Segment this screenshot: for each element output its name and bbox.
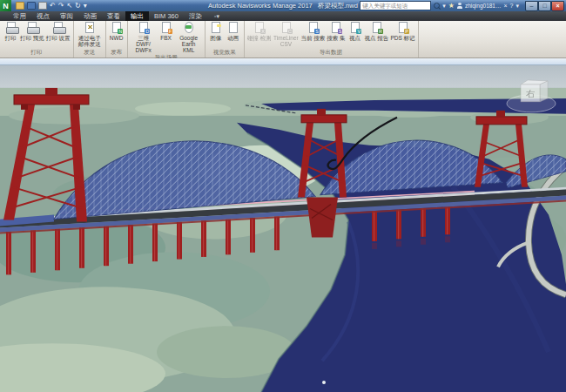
button-label: 视点 [349, 35, 360, 41]
exchange-apps-icon[interactable]: × [503, 3, 507, 9]
scene-3d: 右 [0, 65, 566, 392]
search-icon[interactable] [434, 3, 440, 9]
menu-down-icon[interactable]: ▾ [84, 3, 87, 10]
viewport-3d[interactable]: 右 [0, 65, 566, 392]
viewpoint-button[interactable]: 视点 [347, 22, 364, 41]
pier-highlight [179, 222, 179, 260]
email-icon [83, 22, 96, 34]
ribbon: 打印打印 预览打印 设置打印通过电子 邮件发送发送NWD发布三维 DWF/ DW… [0, 21, 566, 58]
pier-highlight [398, 209, 399, 239]
printer-button[interactable]: 打印 预览 [19, 22, 45, 41]
fbx-button[interactable]: FBX [158, 22, 175, 41]
close-button[interactable]: × [551, 1, 564, 11]
search-dropdown-icon[interactable]: ▾ [442, 3, 446, 9]
document-area-strip [0, 58, 566, 65]
pds-button[interactable]: PDS 标记 [389, 22, 415, 41]
nwd-button[interactable]: NWD [108, 22, 125, 41]
printer-icon [51, 22, 64, 34]
button-label: 三维 DWF/ DWFx [131, 35, 157, 53]
button-label: NWD [110, 35, 124, 41]
pier-highlight [252, 218, 253, 253]
button-label: 当前 搜索 [300, 35, 325, 41]
viewpoint-report-button[interactable]: 视点 报告 [364, 22, 390, 41]
select-icon[interactable]: ↖ [66, 3, 72, 10]
dwf-icon [137, 22, 150, 34]
pier-highlight [422, 208, 423, 237]
pier-highlight [105, 226, 106, 267]
animation-icon [226, 22, 239, 34]
signin-user-icon[interactable] [457, 3, 462, 9]
pier-highlight [276, 216, 277, 250]
ribbon-group-视觉效果: 图像动画视觉效果 [206, 21, 245, 57]
button-label: PDS 标记 [390, 35, 414, 41]
button-label: 打印 设置 [46, 35, 71, 41]
maximize-button[interactable]: □ [538, 1, 551, 11]
signed-in-username[interactable]: zhiqing0181… [465, 3, 502, 9]
search-export-button[interactable]: 当前 搜索 [300, 22, 326, 41]
tab-审阅[interactable]: 审阅 [55, 11, 78, 21]
help-icon[interactable]: ? [510, 3, 514, 9]
pier-reflection [445, 236, 450, 242]
csv-button[interactable]: TimeLiner CSV [272, 22, 300, 47]
tab-常用[interactable]: 常用 [8, 11, 31, 21]
tab-渲染[interactable]: 渲染 [184, 11, 207, 21]
button-label: 动画 [227, 35, 239, 41]
button-label: 打印 [5, 35, 17, 41]
button-label: 打印 预览 [20, 35, 44, 41]
ribbon-group-导出场景: 三维 DWF/ DWFxFBXGoogle Earth KML导出场景 [128, 21, 206, 57]
tab-视点[interactable]: 视点 [31, 11, 55, 21]
pier-highlight [57, 229, 57, 271]
image-icon [209, 22, 222, 34]
image-button[interactable]: 图像 [207, 22, 225, 41]
fbx-icon [159, 22, 172, 34]
pier-highlight [447, 206, 448, 234]
search-set-button[interactable]: 搜索 集 [326, 22, 346, 41]
tab-查看[interactable]: 查看 [102, 11, 125, 21]
window-controls: – □ × [525, 1, 564, 11]
pier-reflection [372, 243, 377, 249]
tab-bim-360[interactable]: BIM 360 [149, 11, 184, 21]
infocenter: ▾ ★ zhiqing0181… × ? ▾ – □ × [360, 1, 566, 11]
help-dropdown-icon[interactable]: ▾ [515, 3, 519, 9]
ribbon-group-导出数据: 碰撞 检测TimeLiner CSV当前 搜索搜索 集视点视点 报告PDS 标记… [245, 21, 419, 57]
undo-icon[interactable]: ↶ [50, 3, 56, 10]
printer-button[interactable]: 打印 设置 [45, 22, 71, 41]
viewcube-side-face[interactable] [540, 81, 548, 102]
email-button[interactable]: 通过电子 邮件发送 [76, 22, 104, 47]
printer-button[interactable]: 打印 [2, 22, 19, 41]
dwf-button[interactable]: 三维 DWF/ DWFx [130, 22, 158, 53]
search-export-icon [307, 22, 320, 34]
application-menu-icon[interactable]: N [0, 0, 11, 11]
group-label: 发送 [76, 48, 104, 57]
ribbon-tab-row: 常用视点审阅动画查看输出BIM 360渲染 ▫▾ [0, 11, 566, 21]
button-label: 搜索 集 [327, 35, 345, 41]
nwd-icon [110, 22, 123, 34]
ribbon-tabs: 常用视点审阅动画查看输出BIM 360渲染 [8, 11, 207, 21]
redo-icon[interactable]: ↷ [58, 3, 64, 10]
print-icon[interactable] [38, 2, 47, 10]
pier-highlight [227, 220, 228, 255]
clash-button[interactable]: 碰撞 检测 [246, 22, 273, 41]
save-icon[interactable] [27, 2, 36, 10]
navisworks-window: N ↶↷↖↻▾ Autodesk Navisworks Manage 2017 … [0, 0, 566, 392]
pier-highlight [130, 225, 131, 264]
animation-button[interactable]: 动画 [225, 22, 242, 41]
tab-输出[interactable]: 输出 [125, 11, 149, 21]
button-label: 视点 报告 [365, 35, 389, 41]
group-label: 导出数据 [246, 48, 416, 57]
tab-动画[interactable]: 动画 [78, 11, 102, 21]
help-search-input[interactable] [360, 1, 431, 10]
open-icon[interactable] [16, 2, 24, 10]
viewpoint-icon [348, 22, 361, 34]
pier-highlight [8, 232, 9, 274]
favorites-star-icon[interactable]: ★ [448, 3, 455, 10]
refresh-icon[interactable]: ↻ [75, 3, 81, 10]
minimize-button[interactable]: – [525, 1, 538, 11]
viewcube-face-label[interactable]: 右 [526, 89, 535, 98]
kml-button[interactable]: Google Earth KML [175, 22, 203, 53]
pier-highlight [32, 230, 33, 273]
pier-highlight [203, 220, 204, 257]
button-label: Google Earth KML [176, 35, 202, 53]
ribbon-minimize-toggle[interactable]: ▫▾ [214, 11, 219, 21]
document-name: 桥梁模型.nwd [318, 2, 358, 10]
